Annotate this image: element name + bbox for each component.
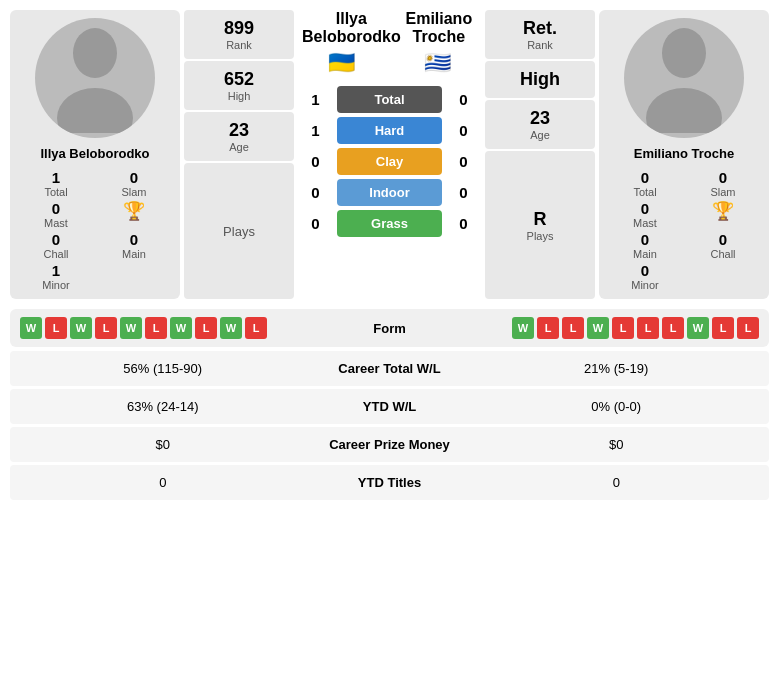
center-panel: Illya Beloborodko Emiliano Troche 🇺🇦 🇺🇾 … [298,10,481,299]
player1-trophy: 🏆 [96,200,172,229]
form-badge: W [20,317,42,339]
total-btn: Total [337,86,442,113]
age-box: 23 Age [184,112,294,161]
player2-mast-stat: 0 Mast [607,200,683,229]
ytd-wl-row: 63% (24-14) YTD W/L 0% (0-0) [10,389,769,424]
clay-row: 0 Clay 0 [298,148,481,175]
age-label: Age [229,141,249,153]
player1-avatar [35,18,155,138]
player1-chall-value: 0 [52,231,60,248]
form-badge: W [587,317,609,339]
p2-rank-box: Ret. Rank [485,10,595,59]
career-prize-p2: $0 [480,437,754,452]
rank-box: 899 Rank [184,10,294,59]
player1-total-stat: 1 Total [18,169,94,198]
form-badge: L [45,317,67,339]
p2-plays-box: R Plays [485,151,595,299]
rank-label: Rank [226,39,252,51]
form-badge: L [662,317,684,339]
player1-chall-label: Chall [43,248,68,260]
ytd-titles-row: 0 YTD Titles 0 [10,465,769,500]
player2-slam-label: Slam [710,186,735,198]
form-badge: L [537,317,559,339]
career-prize-p1: $0 [26,437,300,452]
p2-high-box: High [485,61,595,98]
player2-mast-value: 0 [641,200,649,217]
player2-mast-label: Mast [633,217,657,229]
player2-slam-value: 0 [719,169,727,186]
trophy2-icon: 🏆 [712,200,734,222]
player2-total-stat: 0 Total [607,169,683,198]
career-total-p2: 21% (5-19) [480,361,754,376]
player1-minor-stat: 1 Minor [18,262,94,291]
ytd-wl-label: YTD W/L [300,399,480,414]
names-row: Illya Beloborodko Emiliano Troche [298,10,481,46]
p2-rank-label: Rank [489,39,591,51]
total-row: 1 Total 0 [298,86,481,113]
form-badge: L [195,317,217,339]
form-badge: W [220,317,242,339]
p2-grass: 0 [446,215,481,232]
p1-total: 1 [298,91,333,108]
p2-age-value: 23 [489,108,591,129]
form-badge: L [95,317,117,339]
player2-total-label: Total [633,186,656,198]
p2-hard: 0 [446,122,481,139]
form-badge: L [737,317,759,339]
player2-trophy: 🏆 [685,200,761,229]
high-label: High [228,90,251,102]
career-total-row: 56% (115-90) Career Total W/L 21% (5-19) [10,351,769,386]
p1-hard: 1 [298,122,333,139]
form-badge: W [70,317,92,339]
form-badge: L [562,317,584,339]
player1-stats: 1 Total 0 Slam 0 Mast 🏆 0 Main [18,169,172,291]
career-prize-row: $0 Career Prize Money $0 [10,427,769,462]
high-value: 652 [224,69,254,90]
right-panel: Ret. Rank High 23 Age R Plays [485,10,595,299]
svg-point-2 [662,28,706,78]
player1-card: Illya Beloborodko 1 Total 0 Slam 0 Mast … [10,10,180,299]
player2-main-value: 0 [641,231,649,248]
svg-point-3 [646,88,722,133]
svg-point-0 [73,28,117,78]
player2-chall-stat: 0 Chall [685,231,761,260]
player2-chall-label: Chall [710,248,735,260]
form-badge: W [120,317,142,339]
p1-form-badges: WLWLWLWLWL [20,317,359,339]
high-box: 652 High [184,61,294,110]
player2-flag: 🇺🇾 [424,50,451,76]
player2-minor-label: Minor [631,279,659,291]
ytd-wl-p2: 0% (0-0) [480,399,754,414]
main-container: Illya Beloborodko 1 Total 0 Slam 0 Mast … [0,0,779,513]
p2-form-badges: WLLWLLLWLL [421,317,760,339]
center-name-right: Emiliano Troche [401,10,477,46]
age-value: 23 [229,120,249,141]
ytd-wl-p1: 63% (24-14) [26,399,300,414]
player2-chall-value: 0 [719,231,727,248]
player2-total-value: 0 [641,169,649,186]
career-total-p1: 56% (115-90) [26,361,300,376]
p2-total: 0 [446,91,481,108]
p1-indoor: 0 [298,184,333,201]
player2-main-stat: 0 Main [607,231,683,260]
indoor-row: 0 Indoor 0 [298,179,481,206]
center-name-left: Illya Beloborodko [302,10,401,46]
player1-slam-label: Slam [121,186,146,198]
form-label: Form [365,321,415,336]
player2-minor-stat: 0 Minor [607,262,683,291]
hard-row: 1 Hard 0 [298,117,481,144]
ytd-titles-p1: 0 [26,475,300,490]
player2-stats: 0 Total 0 Slam 0 Mast 🏆 0 Main [607,169,761,291]
player2-avatar [624,18,744,138]
middle-panel: 899 Rank 652 High 23 Age Plays [184,10,294,299]
p1-clay: 0 [298,153,333,170]
player1-mast-value: 0 [52,200,60,217]
player1-chall-stat: 0 Chall [18,231,94,260]
player2-minor-value: 0 [641,262,649,279]
indoor-btn: Indoor [337,179,442,206]
rank-value: 899 [224,18,254,39]
plays-label: Plays [223,224,255,239]
player1-name: Illya Beloborodko [40,146,149,161]
ytd-titles-label: YTD Titles [300,475,480,490]
player1-minor-label: Minor [42,279,70,291]
